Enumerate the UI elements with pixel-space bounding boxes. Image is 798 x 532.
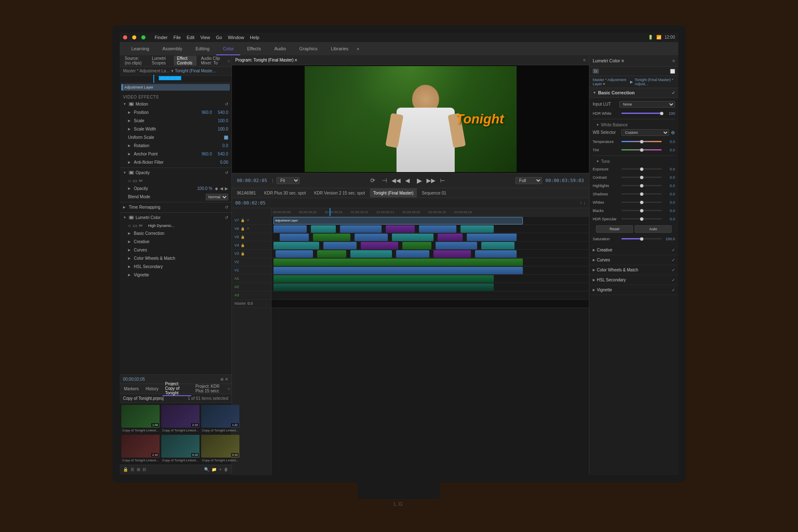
clip-v5-6[interactable] — [467, 234, 517, 241]
uniform-scale-checkbox[interactable] — [224, 135, 228, 140]
close-button[interactable] — [123, 35, 127, 39]
hdr-white-thumb[interactable] — [660, 112, 663, 115]
basic-correction-enable[interactable]: ✓ — [672, 91, 675, 95]
menu-window[interactable]: Window — [228, 35, 244, 40]
track-row-v7[interactable]: Adjustment Layer — [271, 217, 589, 225]
clip-v6-4[interactable] — [386, 225, 415, 233]
loop-button[interactable]: ⟳ — [369, 176, 377, 185]
motion-reset[interactable]: ↺ — [225, 102, 228, 106]
track-v7-lock[interactable]: 🔒 — [241, 219, 245, 222]
track-row-v5[interactable] — [271, 233, 589, 241]
rotation-value[interactable]: 0.0 — [214, 143, 228, 148]
motion-toggle[interactable]: ▼ — [123, 102, 127, 106]
tab-source[interactable]: Source: (no clips) — [121, 56, 148, 66]
list-view-icon[interactable]: ☰ — [131, 467, 134, 472]
motion-header[interactable]: ▼ fx Motion ↺ — [120, 100, 232, 108]
clip-v6-2[interactable] — [311, 225, 336, 233]
scale-width-toggle[interactable]: ▶ — [128, 127, 132, 131]
exposure-value[interactable]: 0.0 — [663, 167, 675, 171]
opacity-circle-icon[interactable]: ○ — [128, 178, 131, 184]
anchor-point-y[interactable]: 540.0 — [214, 152, 228, 156]
mini-timeline[interactable]: 00:00:02:05 — [120, 75, 232, 83]
hdr-white-slider[interactable] — [621, 113, 662, 114]
tab-markers[interactable]: Markers — [121, 387, 141, 391]
list-item[interactable]: 1:22 Copy of Tonight Linked... — [201, 405, 239, 433]
vignette-enable[interactable]: ✓ — [672, 288, 675, 292]
lumetri-pen-icon[interactable]: ✏ — [139, 223, 143, 229]
tint-slider[interactable] — [621, 149, 662, 150]
curves-expand-icon[interactable]: ▶ — [593, 258, 595, 262]
vignette-section[interactable]: ▶ Vignette ✓ — [589, 285, 678, 295]
track-v5-lock[interactable]: 🔒 — [241, 235, 245, 239]
track-row-v4[interactable] — [271, 241, 589, 250]
lumetri-panel-menu[interactable]: ≡ — [672, 58, 675, 63]
clip-v4-5[interactable] — [436, 242, 477, 249]
opacity-value[interactable]: 100.0 % — [197, 186, 212, 191]
lumetri-path-2[interactable]: Tonight (Final Master) * Adjust... — [635, 78, 675, 86]
anti-flicker-toggle[interactable]: ▶ — [128, 160, 132, 164]
hdr-specular-thumb[interactable] — [640, 217, 643, 221]
tab-effect-controls[interactable]: Effect Controls — [174, 56, 197, 66]
tab-effects[interactable]: Effects — [240, 42, 267, 55]
menu-help[interactable]: Help — [250, 35, 259, 40]
clip-v6-1[interactable] — [273, 225, 307, 233]
tone-arrow[interactable]: ▼ — [596, 160, 599, 163]
list-item[interactable]: 0:19 Copy of Tonight Linked... — [201, 435, 239, 463]
list-item[interactable]: 2:10 Copy of Tonight Linked... — [121, 435, 160, 463]
clip-v2-main[interactable] — [273, 259, 523, 266]
fit-dropdown[interactable]: Fit 25% 50% 100% — [276, 177, 300, 184]
tab-graphics[interactable]: Graphics — [293, 42, 324, 55]
eyedropper-icon[interactable]: ⊕ — [671, 130, 675, 135]
position-y[interactable]: 540.0 — [214, 110, 228, 115]
clip-v5-2[interactable] — [313, 234, 350, 241]
curves-enable[interactable]: ✓ — [672, 258, 675, 262]
folder-icon[interactable]: 📁 — [212, 467, 217, 472]
clip-v5-1[interactable] — [280, 234, 309, 241]
panel-tabs-more[interactable]: » — [227, 59, 230, 63]
hsl-expand-icon[interactable]: ▶ — [593, 278, 595, 282]
color-wheels-toggle[interactable]: ▶ — [128, 256, 132, 260]
track-row-v1[interactable] — [271, 266, 589, 275]
opacity-value-toggle[interactable]: ▶ — [128, 187, 132, 190]
clip-a2-main[interactable] — [273, 283, 494, 291]
hsl-enable[interactable]: ✓ — [672, 278, 675, 282]
opacity-header[interactable]: ▼ fx Opacity ↺ — [120, 169, 232, 177]
time-remapping-reset[interactable]: ↺ — [225, 205, 228, 209]
new-bin-icon[interactable]: + — [219, 467, 222, 472]
breadcrumb-part2[interactable]: Tonight (Final Maste... — [175, 69, 216, 73]
tab-project-copy[interactable]: Project: Copy of Tonight — [163, 382, 191, 396]
anti-flicker-value[interactable]: 0.00 — [214, 160, 228, 165]
breadcrumb-part1[interactable]: Master * Adjustment La... — [123, 69, 170, 73]
blend-mode-row[interactable]: Blend Mode Normal — [120, 193, 232, 201]
scale-width-value[interactable]: 100.0 — [214, 127, 228, 131]
opacity-reset[interactable]: ↺ — [225, 170, 228, 175]
mark-out-button[interactable]: ⊢ — [438, 176, 447, 185]
creative-sub[interactable]: ▶ Creative — [120, 238, 232, 246]
vignette-expand-icon[interactable]: ▶ — [593, 288, 595, 292]
clip-v6-6[interactable] — [461, 225, 494, 233]
clip-v6-3[interactable] — [340, 225, 382, 233]
creative-section[interactable]: ▶ Creative ✓ — [589, 245, 678, 255]
clip-v4-3[interactable] — [361, 242, 398, 249]
blacks-thumb[interactable] — [640, 209, 643, 212]
lumetri-rect-icon[interactable]: ▭ — [133, 223, 137, 229]
hsl-sub[interactable]: ▶ HSL Secondary — [120, 263, 232, 271]
creative-expand-icon[interactable]: ▶ — [593, 248, 595, 252]
tab-libraries[interactable]: Libraries — [324, 42, 355, 55]
contrast-thumb[interactable] — [640, 176, 643, 179]
left-panel-controls[interactable]: ⊕ ✕ — [220, 377, 228, 382]
color-wheels-expand-icon[interactable]: ▶ — [593, 268, 595, 272]
wb-arrow[interactable]: ▼ — [596, 123, 599, 127]
curves-toggle[interactable]: ▶ — [128, 248, 132, 252]
play-back-button[interactable]: ◀ — [404, 176, 412, 185]
contrast-slider[interactable] — [621, 177, 662, 178]
play-button[interactable]: ▶ — [415, 176, 424, 185]
step-back-button[interactable]: ◀◀ — [392, 176, 400, 185]
temperature-slider[interactable] — [621, 141, 662, 142]
timeline-content[interactable]: 00:00:00:00 00:00:29:23 00:00:59:22 01:0… — [271, 208, 589, 475]
exposure-slider[interactable] — [621, 168, 662, 170]
clip-v5-5[interactable] — [438, 234, 463, 241]
temperature-value[interactable]: 0.0 — [663, 140, 675, 144]
search-icon[interactable]: 🔍 — [204, 467, 209, 472]
scale-width-row[interactable]: ▶ Scale Width 100.0 — [120, 125, 232, 133]
